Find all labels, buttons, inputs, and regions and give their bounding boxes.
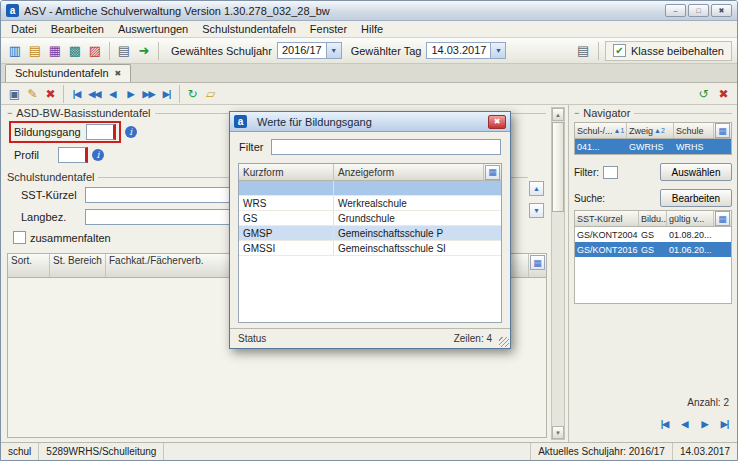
chevron-down-icon[interactable]: ▼ (490, 43, 505, 58)
printer-icon[interactable]: ▤ (574, 42, 592, 60)
students-module-icon[interactable]: ▥ (6, 42, 24, 60)
column-header-kurzform[interactable]: Kurzform (239, 164, 334, 180)
first-record-icon[interactable]: |◀ (68, 85, 85, 102)
menu-hilfe[interactable]: Hilfe (354, 22, 390, 36)
zusammenfalten-checkbox[interactable] (13, 231, 26, 244)
next-page-icon[interactable]: ▶▶ (140, 85, 157, 102)
edit-icon[interactable]: ✎ (24, 85, 41, 102)
prev-record-icon[interactable]: ◀ (104, 85, 121, 102)
bearbeiten-button[interactable]: Bearbeiten (660, 189, 732, 207)
lessons-module-icon[interactable]: ▩ (66, 42, 84, 60)
column-config-icon[interactable]: ▦ (715, 211, 730, 226)
school-cell: 041... (575, 139, 627, 154)
collapse-icon[interactable]: − (7, 108, 12, 118)
sort-asc-1-icon: ▲1 (614, 127, 625, 134)
maximize-button[interactable]: □ (688, 4, 709, 17)
werte-row-wrs[interactable]: WRS Werkrealschule (239, 196, 501, 211)
tab-close-icon[interactable]: ✖ (115, 69, 122, 78)
scroll-up-icon[interactable]: ▲ (529, 181, 544, 196)
tabbar: Schulstundentafeln ✖ (1, 64, 737, 83)
scrollbar-up-icon[interactable]: ▲ (552, 108, 564, 121)
dialog-filter-input[interactable] (271, 139, 501, 155)
werte-row-empty-selected[interactable] (239, 181, 501, 196)
prev-page-icon[interactable]: ◀ (676, 416, 693, 432)
export-icon[interactable]: ➜ (135, 42, 153, 60)
column-header-bereich[interactable]: St. Bereich (50, 254, 106, 277)
profil-field[interactable] (58, 147, 88, 163)
close-button[interactable]: ✖ (711, 4, 732, 17)
prev-page-icon[interactable]: ◀◀ (86, 85, 103, 102)
column-header-schul[interactable]: Schul-/... ▲1 (575, 123, 627, 138)
schuljahr-select[interactable]: 2016/17 ▼ (277, 42, 342, 59)
dialog-status-label: Status (238, 333, 266, 344)
column-header-fachkat[interactable]: Fachkat./Fächerverb. (106, 254, 234, 277)
statistics-module-icon[interactable]: ▨ (86, 42, 104, 60)
toolbar-right-group: ▤ ✔ Klasse beibehalten (574, 41, 732, 61)
reload-view-icon[interactable]: ↺ (695, 85, 712, 102)
scroll-down-icon[interactable]: ▼ (529, 203, 544, 218)
column-header-schule[interactable]: Schule (674, 123, 714, 138)
resize-grip[interactable] (499, 337, 509, 347)
column-header-anzeigeform[interactable]: Anzeigeform (334, 164, 484, 180)
column-config-icon[interactable]: ▦ (715, 123, 730, 138)
refresh-icon[interactable]: ↻ (184, 85, 201, 102)
info-icon[interactable]: i (92, 149, 104, 161)
next-record-icon[interactable]: ▶ (122, 85, 139, 102)
werte-row-gmssi[interactable]: GMSSI Gemeinschaftsschule SI (239, 241, 501, 256)
print-icon[interactable]: ▤ (115, 42, 133, 60)
column-header-bildungsgang[interactable]: Bildu... (639, 211, 667, 226)
auswaehlen-button[interactable]: Auswählen (660, 163, 732, 181)
dialog-filter-row: Filter (230, 132, 510, 159)
tab-schulstundentafeln[interactable]: Schulstundentafeln ✖ (5, 64, 131, 82)
teachers-module-icon[interactable]: ▦ (46, 42, 64, 60)
last-page-icon[interactable]: ▶| (716, 416, 733, 432)
profil-row: Profil i (14, 147, 104, 163)
first-page-icon[interactable]: |◀ (656, 416, 673, 432)
tab-label: Schulstundentafeln (15, 67, 109, 79)
school-row-selected[interactable]: 041... GWRHS WRHS (575, 139, 731, 154)
navigator-header: − Navigator (574, 107, 732, 119)
menu-auswertungen[interactable]: Auswertungen (111, 22, 195, 36)
kurzform-cell: GMSSI (239, 241, 334, 255)
info-icon[interactable]: i (125, 126, 137, 138)
save-icon[interactable]: ▣ (6, 85, 23, 102)
zweig-cell: GWRHS (627, 139, 674, 154)
menu-datei[interactable]: Datei (4, 22, 44, 36)
column-header-sst-kuerzel[interactable]: SST-Kürzel (575, 211, 639, 226)
minimize-button[interactable]: – (665, 4, 686, 17)
toolbar-separator (63, 85, 64, 103)
scrollbar-thumb[interactable] (552, 122, 564, 212)
dialog-close-button[interactable]: ✖ (488, 115, 506, 129)
column-header-sort[interactable]: Sort. (8, 254, 50, 277)
werte-row-gmsp[interactable]: GMSP Gemeinschaftsschule P (239, 226, 501, 241)
delete-record-icon[interactable]: ✖ (42, 85, 59, 102)
filter-field[interactable] (603, 166, 618, 179)
column-config-icon[interactable]: ▦ (485, 165, 500, 180)
sst-row[interactable]: GS/KONT2004 GS 01.08.20... (575, 227, 731, 242)
column-config-icon[interactable]: ▦ (530, 255, 545, 270)
tag-date-select[interactable]: 14.03.2017 ▼ (426, 42, 506, 59)
menu-bearbeiten[interactable]: Bearbeiten (44, 22, 111, 36)
bildungsgang-field[interactable] (86, 124, 116, 140)
menu-schulstundentafeln[interactable]: Schulstundentafeln (195, 22, 303, 36)
recordbar-right-group: ↺ ✖ (695, 85, 732, 102)
classes-module-icon[interactable]: ▤ (26, 42, 44, 60)
chevron-down-icon[interactable]: ▼ (326, 43, 341, 58)
scrollbar-down-icon[interactable]: ▼ (552, 426, 564, 439)
toolbar-separator (598, 42, 599, 60)
suche-row: Suche: Bearbeiten (574, 189, 732, 207)
column-header-zweig[interactable]: Zweig ▲2 (627, 123, 674, 138)
werte-row-gs[interactable]: GS Grundschule (239, 211, 501, 226)
close-view-icon[interactable]: ✖ (715, 85, 732, 102)
collapse-icon[interactable]: − (574, 108, 579, 118)
folder-icon[interactable]: ▱ (202, 85, 219, 102)
last-record-icon[interactable]: ▶| (158, 85, 175, 102)
menu-fenster[interactable]: Fenster (303, 22, 354, 36)
toolbar-separator (179, 85, 180, 103)
column-header-gueltig[interactable]: gültig v... (667, 211, 714, 226)
statusbar-spacer (164, 443, 530, 460)
sst-row-selected[interactable]: GS/KONT2016 GS 01.06.20... (575, 242, 731, 257)
form-scrollbar[interactable]: ▲ ▼ (551, 107, 565, 440)
klasse-beibehalten-checkbox[interactable]: ✔ (613, 44, 626, 57)
next-page-icon[interactable]: ▶ (696, 416, 713, 432)
